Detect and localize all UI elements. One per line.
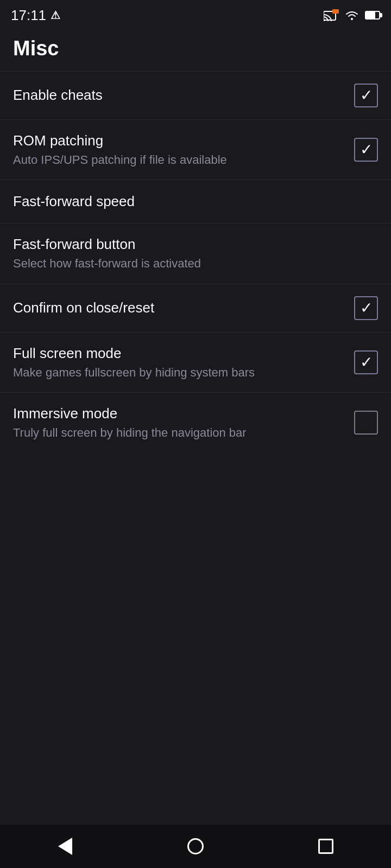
settings-list: Enable cheats ✓ ROM patching Auto IPS/UP… — [0, 71, 391, 453]
nav-recent-button[interactable] — [304, 830, 348, 863]
settings-item-immersive-mode[interactable]: Immersive mode Truly full screen by hidi… — [0, 392, 391, 452]
battery-icon — [365, 11, 380, 20]
recent-icon — [318, 839, 333, 854]
settings-item-title-confirm-on-close-reset: Confirm on close/reset — [13, 299, 343, 317]
settings-item-title-full-screen-mode: Full screen mode — [13, 344, 343, 363]
settings-item-confirm-on-close-reset[interactable]: Confirm on close/reset ✓ — [0, 284, 391, 332]
immersive-mode-checkbox[interactable] — [354, 411, 378, 435]
wifi-icon — [344, 9, 360, 21]
rom-patching-checkbox[interactable]: ✓ — [354, 138, 378, 162]
status-icons — [324, 9, 380, 21]
settings-item-title-fast-forward-speed: Fast-forward speed — [13, 193, 367, 211]
back-icon — [58, 838, 72, 855]
settings-item-fast-forward-speed[interactable]: Fast-forward speed — [0, 180, 391, 223]
settings-item-subtitle-rom-patching: Auto IPS/UPS patching if file is availab… — [13, 152, 343, 168]
cast-icon — [324, 9, 339, 21]
nav-bar — [0, 825, 391, 868]
settings-item-subtitle-immersive-mode: Truly full screen by hiding the navigati… — [13, 425, 343, 441]
settings-item-rom-patching[interactable]: ROM patching Auto IPS/UPS patching if fi… — [0, 119, 391, 180]
enable-cheats-checkbox[interactable]: ✓ — [354, 84, 378, 107]
svg-rect-2 — [332, 9, 339, 14]
nav-back-button[interactable] — [43, 830, 87, 863]
settings-item-fast-forward-button[interactable]: Fast-forward button Select how fast-forw… — [0, 223, 391, 283]
alert-icon: ⚠ — [51, 9, 60, 22]
confirm-on-close-reset-checkbox[interactable]: ✓ — [354, 296, 378, 320]
settings-item-title-fast-forward-button: Fast-forward button — [13, 235, 367, 254]
page-title: Misc — [0, 28, 391, 71]
svg-point-3 — [351, 18, 353, 20]
nav-home-button[interactable] — [174, 830, 217, 863]
settings-item-subtitle-full-screen-mode: Make games fullscreen by hiding system b… — [13, 365, 343, 381]
home-icon — [187, 838, 204, 854]
settings-item-enable-cheats[interactable]: Enable cheats ✓ — [0, 71, 391, 119]
settings-item-title-immersive-mode: Immersive mode — [13, 405, 343, 423]
full-screen-mode-checkbox[interactable]: ✓ — [354, 350, 378, 374]
settings-item-title-enable-cheats: Enable cheats — [13, 86, 343, 105]
settings-item-subtitle-fast-forward-button: Select how fast-forward is activated — [13, 256, 367, 272]
settings-item-full-screen-mode[interactable]: Full screen mode Make games fullscreen b… — [0, 332, 391, 392]
status-time: 17:11 — [11, 7, 46, 24]
settings-item-title-rom-patching: ROM patching — [13, 132, 343, 150]
status-bar: 17:11 ⚠ — [0, 0, 391, 28]
